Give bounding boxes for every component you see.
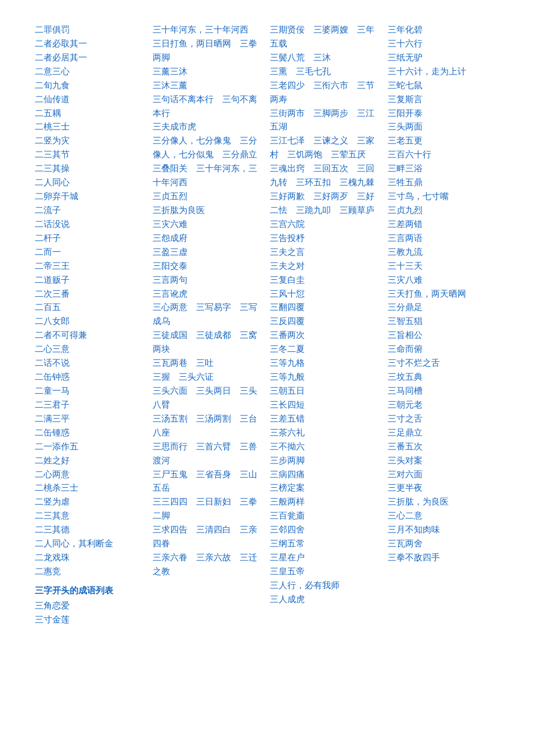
entry-3-9: 三百六十行 [388,148,500,162]
entry-2-11: 三风十愆 [270,287,382,301]
entry-1-6: 三分像人，七分像鬼 三分像人，七分似鬼 三分鼎立 [153,134,265,162]
entry-2-7: 三告投杼 [270,232,382,246]
entry-3-1: 三十六行 [388,37,500,51]
entry-0-10: 二三其操 [35,162,147,176]
entry-3-23: 三命而俯 [388,343,500,357]
entry-2-25: 三榜定案 [270,481,382,495]
entry-0-4: 二旬九食 [35,79,147,93]
entry-1-20: 三头六面 三头两日 三头八臂 [153,384,265,412]
entry-3-37: 三瓦两舍 [388,537,500,551]
entry-2-32: 三人行，必有我师 [270,579,382,593]
section-header-0-40: 三字开头的成语列表 [35,584,147,599]
entry-0-33: 二桃杀三士 [35,481,147,495]
entry-3-13: 三贞九烈 [388,204,500,218]
entry-3-8: 三老五更 [388,134,500,148]
entry-2-26: 三般两样 [270,495,382,509]
entry-0-35: 二三其意 [35,509,147,523]
entry-1-17: 三徒成国 三徒成都 三窝两块 [153,329,265,357]
entry-2-6: 三宫六院 [270,218,382,232]
entry-1-7: 三叠阳关 三十年河东，三十年河西 [153,162,265,190]
entry-1-25: 三求四告 三清四白 三亲四眷 [153,523,265,551]
entry-1-19: 三握 三头六证 [153,370,265,384]
entry-0-29: 二缶锺惑 [35,426,147,440]
entry-0-15: 二杆子 [35,232,147,246]
entry-2-31: 三皇五帝 [270,565,382,579]
entry-2-12: 三翻四覆 [270,301,382,315]
main-grid: 二罪俱罚二者必取其一二者必居其一二意三心二旬九食二仙传道二五耦二桃三士二竖为灾二… [35,23,499,627]
column-3: 三年化碧三十六行三纸无驴三十六计，走为上计三蛇七鼠三复斯言三阳开泰三头两面三老五… [388,23,500,627]
entry-2-27: 三百瓮齑 [270,509,382,523]
entry-0-22: 二者不可得兼 [35,329,147,343]
entry-0-20: 二百五 [35,301,147,315]
entry-2-33: 三人成虎 [270,593,382,607]
entry-1-26: 三亲六眷 三亲六故 三迁之教 [153,551,265,579]
column-2: 三期贤佞 三婆两嫂 三年五载三鬓八荒 三沐三熏 三毛七孔三老四少 三衔六市 三节… [270,23,382,627]
entry-1-21: 三汤五割 三汤两割 三台八座 [153,412,265,440]
entry-3-29: 三足鼎立 [388,426,500,440]
entry-3-32: 三对六面 [388,468,500,482]
entry-0-26: 二童一马 [35,384,147,398]
entry-3-7: 三头两面 [388,120,500,134]
entry-0-25: 二缶钟惑 [35,370,147,384]
entry-1-8: 三贞五烈 [153,190,265,204]
entry-3-36: 三月不知肉味 [388,523,500,537]
entry-3-33: 三更半夜 [388,481,500,495]
entry-3-38: 三拳不敌四手 [388,551,500,565]
entry-3-21: 三智五猖 [388,315,500,329]
entry-1-23: 三尸五鬼 三省吾身 三山五岳 [153,468,265,496]
entry-3-30: 三番五次 [388,440,500,454]
entry-2-5: 三江七泽 三谏之义 三家村 三饥两饱 三荤五厌 三魂出窍 三回五次 三回九转 三… [270,134,382,218]
entry-3-0: 三年化碧 [388,23,500,37]
entry-3-20: 三分鼎足 [388,301,500,315]
entry-3-12: 三寸鸟，七寸嘴 [388,190,500,204]
entry-0-2: 二者必居其一 [35,51,147,65]
entry-3-15: 三言两语 [388,232,500,246]
entry-0-9: 二三其节 [35,148,147,162]
entry-2-30: 三星在户 [270,551,382,565]
entry-3-18: 三灾八难 [388,273,500,287]
entry-2-3: 三老四少 三衔六市 三节两寿 [270,79,382,107]
entry-1-24: 三三四四 三日新妇 三拳二脚 [153,495,265,523]
entry-3-26: 三马同槽 [388,384,500,398]
entry-0-5: 二仙传道 [35,93,147,107]
entry-2-13: 三反四覆 [270,315,382,329]
entry-2-29: 三纲五常 [270,537,382,551]
entry-3-34: 三折肱，为良医 [388,495,500,509]
entry-3-31: 三头对案 [388,454,500,468]
entry-2-18: 三朝五日 [270,384,382,398]
entry-1-0: 三十年河东，三十年河西 [153,23,265,37]
entry-2-2: 三熏 三毛七孔 [270,65,382,79]
entry-0-17: 二帝三王 [35,260,147,273]
entry-2-8: 三夫之言 [270,246,382,260]
entry-0-41: 三角恋爱 [35,599,147,613]
entry-1-11: 三怨成府 [153,232,265,246]
entry-0-27: 二三君子 [35,398,147,412]
entry-3-25: 三坟五典 [388,370,500,384]
entry-1-4: 三句话不离本行 三句不离本行 [153,93,265,121]
entry-0-42: 三寸金莲 [35,613,147,627]
entry-0-32: 二心两意 [35,468,147,482]
entry-1-16: 三心两意 三写易字 三写成乌 [153,301,265,329]
entry-3-28: 三寸之舌 [388,412,500,426]
entry-0-38: 二龙戏珠 [35,551,147,565]
entry-0-1: 二者必取其一 [35,37,147,51]
entry-0-21: 二八女郎 [35,315,147,329]
entry-2-4: 三街两市 三脚两步 三江五湖 [270,107,382,135]
entry-2-22: 三不拗六 [270,440,382,454]
column-0: 二罪俱罚二者必取其一二者必居其一二意三心二旬九食二仙传道二五耦二桃三士二竖为灾二… [35,23,147,627]
entry-2-28: 三邻四舍 [270,523,382,537]
entry-3-2: 三纸无驴 [388,51,500,65]
entry-2-24: 三病四痛 [270,468,382,482]
entry-1-9: 三折肱为良医 [153,204,265,218]
column-1: 三十年河东，三十年河西三日打鱼，两日晒网 三拳两脚三薰三沐三沐三薰三句话不离本行… [153,23,265,627]
entry-0-16: 二而一 [35,246,147,260]
entry-2-19: 三长四短 [270,398,382,412]
entry-3-11: 三牲五鼎 [388,176,500,190]
entry-2-10: 三复白圭 [270,273,382,287]
entry-3-24: 三寸不烂之舌 [388,357,500,370]
entry-1-3: 三沐三薰 [153,79,265,93]
entry-1-14: 三言两句 [153,273,265,287]
entry-0-6: 二五耦 [35,107,147,121]
entry-0-39: 二惠竞 [35,565,147,579]
entry-3-14: 三差两错 [388,218,500,232]
